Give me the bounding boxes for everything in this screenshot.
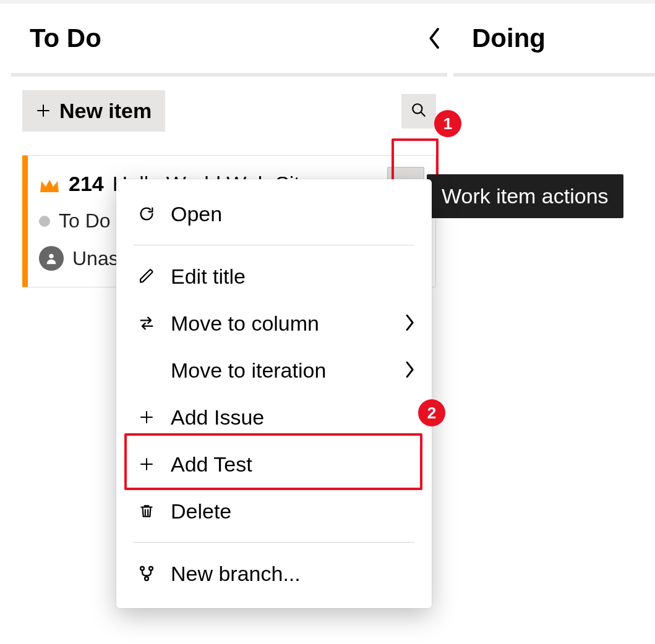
menu-label: Delete — [171, 499, 414, 523]
plus-icon — [134, 410, 160, 425]
search-icon — [411, 102, 427, 121]
menu-delete[interactable]: Delete — [116, 488, 432, 535]
new-item-bar: New item — [22, 90, 436, 132]
new-item-label: New item — [59, 99, 152, 123]
column-body-doing — [453, 77, 655, 104]
work-item-id: 214 — [69, 172, 104, 196]
new-item-button[interactable]: New item — [22, 90, 165, 132]
menu-separator — [134, 542, 414, 543]
column-header-to-do: To Do — [11, 4, 447, 73]
unassigned-avatar-icon — [39, 246, 64, 271]
menu-open[interactable]: Open — [116, 190, 432, 237]
svg-point-3 — [149, 567, 153, 570]
state-dot-icon — [39, 216, 50, 227]
menu-label: New branch... — [171, 562, 414, 586]
filter-search-button[interactable] — [401, 94, 436, 129]
menu-move-to-column[interactable]: Move to column — [116, 300, 432, 347]
menu-label: Open — [171, 202, 414, 226]
menu-label: Move to iteration — [171, 358, 405, 383]
menu-label: Edit title — [171, 265, 414, 289]
menu-separator — [134, 245, 414, 245]
work-item-state: To Do — [59, 210, 111, 232]
tooltip-text: Work item actions — [442, 184, 609, 208]
work-item-actions-tooltip: Work item actions — [427, 174, 623, 218]
svg-point-2 — [140, 567, 144, 570]
svg-point-4 — [145, 577, 148, 580]
menu-new-branch[interactable]: New branch... — [116, 550, 432, 597]
epic-crown-icon — [39, 176, 60, 193]
menu-label: Add Test — [171, 452, 414, 477]
work-item-context-menu: Open Edit title Move to column Move to i… — [116, 179, 432, 608]
annotation-badge-1: 1 — [434, 110, 461, 137]
column-header-doing: Doing — [453, 4, 655, 73]
annotation-number: 1 — [443, 114, 452, 133]
branch-icon — [134, 565, 160, 582]
menu-add-test[interactable]: Add Test — [116, 441, 432, 488]
trash-icon — [134, 503, 160, 519]
menu-move-to-iteration[interactable]: Move to iteration — [116, 347, 432, 394]
menu-label: Add Issue — [171, 405, 414, 430]
pencil-icon — [134, 268, 160, 284]
open-icon — [134, 205, 160, 222]
svg-point-1 — [49, 254, 53, 258]
chevron-right-icon — [405, 311, 414, 336]
annotation-badge-2: 2 — [418, 399, 445, 426]
plus-icon — [134, 457, 160, 472]
annotation-number: 2 — [427, 404, 436, 423]
menu-add-issue[interactable]: Add Issue — [116, 394, 432, 441]
chevron-right-icon — [405, 358, 414, 383]
column-title: To Do — [30, 23, 101, 53]
plus-icon — [36, 99, 51, 123]
column-title: Doing — [472, 23, 546, 53]
menu-edit-title[interactable]: Edit title — [116, 253, 432, 300]
collapse-column-icon[interactable] — [429, 28, 441, 49]
column-doing: Doing — [453, 4, 655, 301]
menu-label: Move to column — [171, 311, 405, 336]
swap-icon — [134, 315, 160, 332]
